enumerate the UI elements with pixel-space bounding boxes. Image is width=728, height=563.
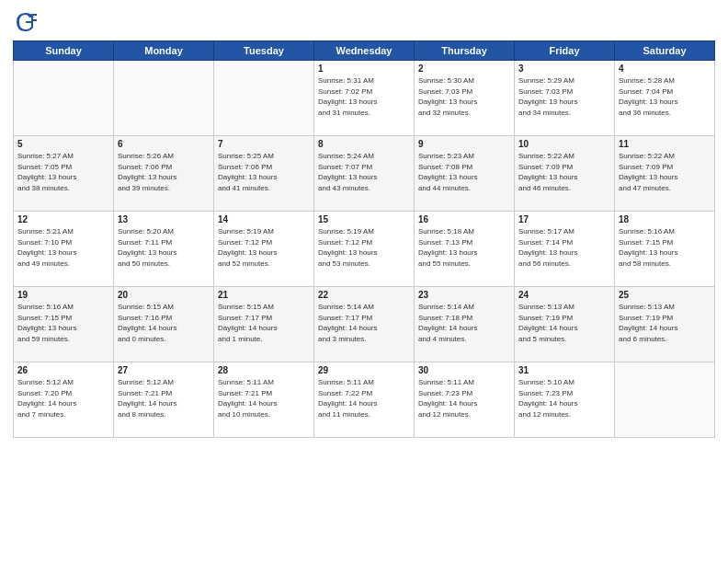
day-number: 27 [118,365,210,375]
day-number: 11 [619,139,711,149]
day-info: Sunrise: 5:16 AM Sunset: 7:15 PM Dayligh… [17,302,109,344]
day-number: 10 [518,139,610,149]
weekday-header: Saturday [615,41,715,61]
calendar-cell: 16Sunrise: 5:18 AM Sunset: 7:13 PM Dayli… [415,212,515,287]
calendar-cell: 13Sunrise: 5:20 AM Sunset: 7:11 PM Dayli… [114,212,214,287]
day-number: 12 [17,214,109,224]
calendar-cell: 15Sunrise: 5:19 AM Sunset: 7:12 PM Dayli… [314,212,415,287]
day-info: Sunrise: 5:18 AM Sunset: 7:13 PM Dayligh… [418,226,510,269]
day-number: 15 [318,214,410,224]
day-info: Sunrise: 5:31 AM Sunset: 7:02 PM Dayligh… [318,75,410,118]
logo-icon [13,9,39,35]
calendar-cell: 14Sunrise: 5:19 AM Sunset: 7:12 PM Dayli… [214,212,314,287]
weekday-header: Thursday [415,41,515,61]
day-info: Sunrise: 5:17 AM Sunset: 7:14 PM Dayligh… [518,226,610,269]
day-number: 1 [318,63,410,74]
day-number: 25 [619,290,711,300]
day-number: 29 [318,365,410,375]
calendar-cell: 10Sunrise: 5:22 AM Sunset: 7:09 PM Dayli… [515,136,615,212]
day-number: 16 [418,214,510,224]
calendar-cell: 3Sunrise: 5:29 AM Sunset: 7:03 PM Daylig… [515,61,615,136]
day-number: 28 [218,365,310,375]
day-info: Sunrise: 5:25 AM Sunset: 7:06 PM Dayligh… [218,151,310,193]
day-info: Sunrise: 5:14 AM Sunset: 7:17 PM Dayligh… [318,302,410,344]
calendar-week-row: 12Sunrise: 5:21 AM Sunset: 7:10 PM Dayli… [14,212,715,287]
day-info: Sunrise: 5:20 AM Sunset: 7:11 PM Dayligh… [118,226,210,269]
day-number: 6 [118,139,210,149]
calendar-cell: 22Sunrise: 5:14 AM Sunset: 7:17 PM Dayli… [314,287,415,362]
day-number: 4 [619,63,711,74]
day-info: Sunrise: 5:22 AM Sunset: 7:09 PM Dayligh… [619,151,711,193]
weekday-header: Friday [515,41,615,61]
calendar-cell: 21Sunrise: 5:15 AM Sunset: 7:17 PM Dayli… [214,287,314,362]
calendar-cell: 26Sunrise: 5:12 AM Sunset: 7:20 PM Dayli… [14,362,114,438]
calendar-cell: 7Sunrise: 5:25 AM Sunset: 7:06 PM Daylig… [214,136,314,212]
day-number: 19 [17,290,109,300]
day-number: 18 [619,214,711,224]
calendar-cell: 17Sunrise: 5:17 AM Sunset: 7:14 PM Dayli… [515,212,615,287]
day-info: Sunrise: 5:16 AM Sunset: 7:15 PM Dayligh… [619,226,711,269]
calendar-week-row: 26Sunrise: 5:12 AM Sunset: 7:20 PM Dayli… [14,362,715,438]
day-number: 5 [17,139,109,149]
calendar-cell: 30Sunrise: 5:11 AM Sunset: 7:23 PM Dayli… [415,362,515,438]
day-number: 9 [418,139,510,149]
calendar-cell [114,61,214,136]
day-number: 31 [518,365,610,375]
calendar-cell: 31Sunrise: 5:10 AM Sunset: 7:23 PM Dayli… [515,362,615,438]
weekday-header-row: SundayMondayTuesdayWednesdayThursdayFrid… [14,41,715,61]
day-info: Sunrise: 5:26 AM Sunset: 7:06 PM Dayligh… [118,151,210,193]
day-info: Sunrise: 5:13 AM Sunset: 7:19 PM Dayligh… [518,302,610,344]
day-info: Sunrise: 5:29 AM Sunset: 7:03 PM Dayligh… [518,75,610,118]
day-number: 17 [518,214,610,224]
day-number: 20 [118,290,210,300]
day-info: Sunrise: 5:21 AM Sunset: 7:10 PM Dayligh… [17,226,109,269]
calendar-cell: 9Sunrise: 5:23 AM Sunset: 7:08 PM Daylig… [415,136,515,212]
day-number: 30 [418,365,510,375]
calendar-cell: 18Sunrise: 5:16 AM Sunset: 7:15 PM Dayli… [615,212,715,287]
day-info: Sunrise: 5:11 AM Sunset: 7:23 PM Dayligh… [418,377,510,419]
day-number: 22 [318,290,410,300]
day-info: Sunrise: 5:23 AM Sunset: 7:08 PM Dayligh… [418,151,510,193]
day-info: Sunrise: 5:11 AM Sunset: 7:22 PM Dayligh… [318,377,410,419]
day-number: 3 [518,63,610,74]
day-number: 21 [218,290,310,300]
weekday-header: Sunday [14,41,114,61]
day-info: Sunrise: 5:10 AM Sunset: 7:23 PM Dayligh… [518,377,610,419]
calendar-cell: 29Sunrise: 5:11 AM Sunset: 7:22 PM Dayli… [314,362,415,438]
calendar-cell: 4Sunrise: 5:28 AM Sunset: 7:04 PM Daylig… [615,61,715,136]
day-info: Sunrise: 5:19 AM Sunset: 7:12 PM Dayligh… [218,226,310,269]
day-info: Sunrise: 5:27 AM Sunset: 7:05 PM Dayligh… [17,151,109,193]
day-info: Sunrise: 5:13 AM Sunset: 7:19 PM Dayligh… [619,302,711,344]
calendar-cell: 2Sunrise: 5:30 AM Sunset: 7:03 PM Daylig… [415,61,515,136]
day-number: 23 [418,290,510,300]
calendar-cell: 28Sunrise: 5:11 AM Sunset: 7:21 PM Dayli… [214,362,314,438]
day-number: 26 [17,365,109,375]
day-info: Sunrise: 5:28 AM Sunset: 7:04 PM Dayligh… [619,75,711,118]
calendar-cell: 27Sunrise: 5:12 AM Sunset: 7:21 PM Dayli… [114,362,214,438]
calendar-cell: 5Sunrise: 5:27 AM Sunset: 7:05 PM Daylig… [14,136,114,212]
day-info: Sunrise: 5:14 AM Sunset: 7:18 PM Dayligh… [418,302,510,344]
logo [13,9,42,35]
day-number: 13 [118,214,210,224]
day-info: Sunrise: 5:24 AM Sunset: 7:07 PM Dayligh… [318,151,410,193]
calendar-cell: 19Sunrise: 5:16 AM Sunset: 7:15 PM Dayli… [14,287,114,362]
calendar-cell [14,61,114,136]
day-info: Sunrise: 5:15 AM Sunset: 7:16 PM Dayligh… [118,302,210,344]
calendar-cell: 24Sunrise: 5:13 AM Sunset: 7:19 PM Dayli… [515,287,615,362]
day-info: Sunrise: 5:19 AM Sunset: 7:12 PM Dayligh… [318,226,410,269]
calendar-cell: 25Sunrise: 5:13 AM Sunset: 7:19 PM Dayli… [615,287,715,362]
calendar-week-row: 5Sunrise: 5:27 AM Sunset: 7:05 PM Daylig… [14,136,715,212]
calendar-week-row: 1Sunrise: 5:31 AM Sunset: 7:02 PM Daylig… [14,61,715,136]
weekday-header: Tuesday [214,41,314,61]
weekday-header: Wednesday [314,41,415,61]
day-number: 14 [218,214,310,224]
day-info: Sunrise: 5:12 AM Sunset: 7:21 PM Dayligh… [118,377,210,419]
weekday-header: Monday [114,41,214,61]
calendar-cell [615,362,715,438]
day-info: Sunrise: 5:15 AM Sunset: 7:17 PM Dayligh… [218,302,310,344]
day-number: 7 [218,139,310,149]
calendar-cell: 20Sunrise: 5:15 AM Sunset: 7:16 PM Dayli… [114,287,214,362]
day-number: 2 [418,63,510,74]
calendar-cell: 11Sunrise: 5:22 AM Sunset: 7:09 PM Dayli… [615,136,715,212]
day-info: Sunrise: 5:30 AM Sunset: 7:03 PM Dayligh… [418,75,510,118]
